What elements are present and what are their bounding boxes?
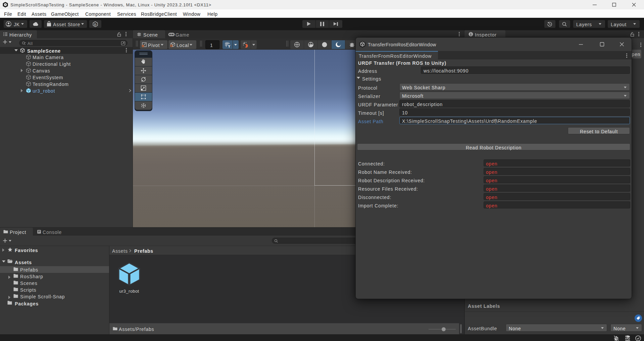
svg-text:D: D — [94, 23, 96, 26]
svg-text:Y: Y — [228, 45, 231, 48]
